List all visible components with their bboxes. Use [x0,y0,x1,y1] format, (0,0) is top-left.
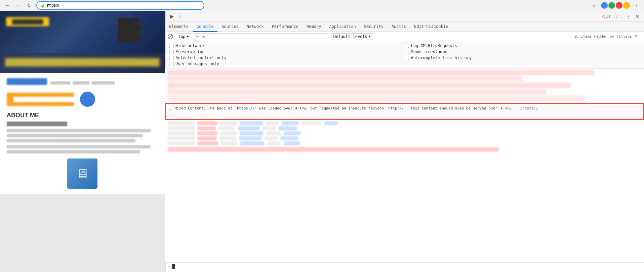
setting-log-xml: Log XMLHttpRequests [405,43,640,48]
show-timestamps-label: Show timestamps [411,49,447,54]
ext-icon-3 [616,2,622,9]
settings-col-left: Hide network Preserve log Selected conte… [169,43,405,66]
main-area: ██████████ ████████████████████ [0,11,644,272]
selected-context-checkbox[interactable] [169,56,173,60]
tab-elements[interactable]: Elements [165,22,193,32]
preserve-log-label: Preserve log [175,49,205,54]
bookmark-button[interactable]: ☆ [590,1,599,10]
console-prompt: ▷ [168,264,641,269]
setting-selected-context: Selected context only [169,55,405,60]
warning-icon: △ [612,14,615,19]
url-input[interactable] [47,3,200,8]
about-text-3 [7,139,135,142]
tab-application[interactable]: Application [325,22,360,32]
level-dropdown-icon: ▼ [369,35,371,38]
warning-https-url[interactable]: https:// [237,106,255,110]
user-messages-checkbox[interactable] [169,62,173,66]
console-settings-icon[interactable]: ⚙ [635,33,641,40]
ext-icon-2 [608,2,615,9]
forward-button[interactable]: → [13,1,23,10]
close-devtools-button[interactable]: ✕ [633,12,641,20]
hero-mug [114,18,145,51]
devtools-toolbar: ▶ ☄ ◯ 11 △ 1 | ⋮ ✕ [165,11,644,22]
tab-security[interactable]: Security [360,22,388,32]
avatar [80,92,95,107]
tab-performance[interactable]: Performance [268,22,303,32]
log-xml-label: Log XMLHttpRequests [411,43,457,48]
devtools-panel: ▶ ☄ ◯ 11 △ 1 | ⋮ ✕ Elements Console Sour… [165,11,644,272]
menu-button[interactable]: ⋮ [632,1,641,10]
browser-actions: ☆ ⋮ [590,1,641,10]
warning-triangle-icon: ⚠ [169,106,172,111]
ext-icon-4 [623,2,630,9]
selected-context-label: Selected context only [175,55,227,60]
setting-user-messages: User messages only [169,61,405,66]
clear-console-button[interactable] [168,34,173,39]
autocomplete-label: Autocomplete from history [411,55,472,60]
filter-input[interactable] [194,33,328,40]
inspect-element-button[interactable]: ▶ [168,12,176,20]
address-bar[interactable]: 🔒 [36,1,204,10]
items-hidden-label: 10 items hidden by filters [574,34,632,39]
about-text-5 [7,150,140,153]
extension-icons [601,2,630,9]
warning-source-link[interactable]: (index):1 [518,106,538,110]
hero-badge: ██████████ [6,17,49,26]
device-mode-button[interactable]: ☄ [176,12,185,20]
site-title [7,78,47,85]
error-icon: ◯ [602,14,605,19]
error-badge: ◯ 11 [602,14,610,19]
website-body: ████████████████████ ABOUT ME 🖥 [0,73,165,194]
site-header-row [7,78,158,88]
tab-network[interactable]: Network [243,22,268,32]
cta-button[interactable]: ████████████████████ [7,93,74,106]
hero-text-blur [5,58,160,66]
level-selector[interactable]: Default levels ▼ [331,33,373,40]
log-xml-checkbox[interactable] [405,44,409,48]
console-bar: top ▼ Default levels ▼ 10 items hidden b… [165,32,644,41]
show-timestamps-checkbox[interactable] [405,50,409,54]
more-tools-button[interactable]: ⋮ [625,12,633,20]
browser-titlebar: ← → ↻ 🔒 ☆ ⋮ [0,0,644,11]
user-messages-label: User messages only [175,61,219,66]
back-button[interactable]: ← [3,1,12,10]
level-label: Default levels [333,34,367,39]
setting-autocomplete: Autocomplete from history [405,55,640,60]
about-image-icon: 🖥 [76,166,89,181]
setting-preserve-log: Preserve log [169,49,405,54]
warning-text-suffix: '. This content should also be served ov… [404,106,513,110]
devtools-tabs: Elements Console Sources Network Perform… [165,22,644,32]
settings-col-right: Log XMLHttpRequests Show timestamps Auto… [405,43,640,66]
autocomplete-checkbox[interactable] [405,56,409,60]
tab-audits[interactable]: Audits [388,22,410,32]
hide-network-label: Hide network [175,43,205,48]
tab-console[interactable]: Console [193,22,218,32]
preserve-log-checkbox[interactable] [169,50,173,54]
blurred-log-rows [165,120,644,153]
warning-text-mid: ' was loaded over HTTPS, but requested a… [255,106,388,110]
cta-row: ████████████████████ [7,92,158,107]
about-text-4 [7,145,151,148]
warning-http-url[interactable]: http:// [388,106,404,110]
tab-memory[interactable]: Memory [303,22,325,32]
cursor-dot [172,264,175,269]
ext-icon-1 [601,2,608,9]
hide-network-checkbox[interactable] [169,44,173,48]
warning-badge: △ 1 [612,14,618,19]
context-dropdown-icon: ▼ [187,35,189,38]
site-nav-blur [50,81,158,85]
console-log-area[interactable]: ⚠ Mixed Content: The page at 'https://' … [165,69,644,262]
tab-editthiscookie[interactable]: EditThisCookie [410,22,452,32]
tab-sources[interactable]: Sources [217,22,243,32]
context-selector[interactable]: top ▼ [176,33,191,40]
website-hero: ██████████ [0,11,165,73]
browser-chrome: ← → ↻ 🔒 ☆ ⋮ [0,0,644,11]
context-label: top [178,34,186,39]
website-content: ██████████ ████████████████████ [0,11,165,272]
setting-show-timestamps: Show timestamps [405,49,640,54]
blurred-top-errors [165,69,644,103]
warning-text-prefix: Mixed Content: The page at ' [174,106,237,110]
reload-button[interactable]: ↻ [24,1,34,10]
about-section: ABOUT ME 🖥 [7,112,158,189]
nav-buttons: ← → ↻ [3,1,34,10]
